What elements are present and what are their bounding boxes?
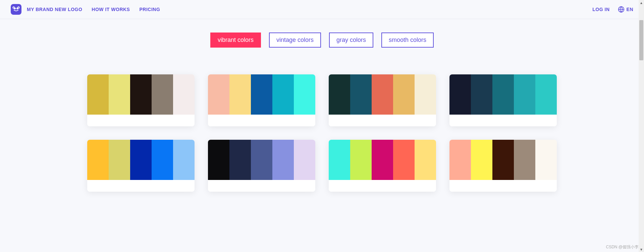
nav-pricing[interactable]: PRICING — [139, 7, 160, 12]
color-swatch[interactable] — [514, 74, 535, 115]
palette-card[interactable] — [329, 140, 436, 192]
nav-left: MY BRAND NEW LOGO HOW IT WORKS PRICING — [27, 7, 160, 12]
palette-card[interactable] — [449, 74, 557, 126]
color-swatch[interactable] — [471, 140, 492, 180]
palette-footer — [449, 115, 557, 126]
color-swatch[interactable] — [294, 140, 315, 180]
nav-how-it-works[interactable]: HOW IT WORKS — [92, 7, 130, 12]
color-swatch[interactable] — [449, 140, 471, 180]
color-swatch[interactable] — [229, 140, 251, 180]
svg-point-3 — [18, 7, 19, 8]
color-swatch[interactable] — [272, 74, 294, 115]
filter-smooth-colors[interactable]: smooth colors — [381, 33, 434, 48]
scrollbar-arrow-up[interactable]: ▲ — [639, 0, 644, 5]
color-swatch[interactable] — [514, 140, 535, 180]
color-swatch[interactable] — [130, 74, 152, 115]
palette-footer — [208, 180, 315, 192]
scrollbar-thumb[interactable] — [639, 20, 643, 60]
palette-swatches — [208, 74, 315, 115]
palette-card[interactable] — [87, 140, 195, 192]
color-swatch[interactable] — [535, 140, 557, 180]
filter-bar: vibrant colorsvintage colorsgray colorss… — [27, 33, 617, 48]
palette-swatches — [449, 140, 557, 180]
color-swatch[interactable] — [109, 74, 130, 115]
color-swatch[interactable] — [208, 140, 229, 180]
color-swatch[interactable] — [87, 140, 109, 180]
color-swatch[interactable] — [294, 74, 315, 115]
palette-swatches — [208, 140, 315, 180]
color-swatch[interactable] — [130, 140, 152, 180]
color-swatch[interactable] — [152, 140, 173, 180]
palette-footer — [87, 180, 195, 192]
language-label: EN — [627, 7, 633, 12]
palette-card[interactable] — [449, 140, 557, 192]
color-swatch[interactable] — [393, 140, 415, 180]
brand-link[interactable]: MY BRAND NEW LOGO — [27, 7, 82, 12]
login-link[interactable]: LOG IN — [592, 7, 609, 12]
palette-swatches — [329, 74, 436, 115]
color-swatch[interactable] — [329, 74, 350, 115]
palette-card[interactable] — [87, 74, 195, 126]
filter-gray-colors[interactable]: gray colors — [329, 33, 373, 48]
palette-swatches — [87, 74, 195, 115]
palette-footer — [329, 115, 436, 126]
scrollbar[interactable]: ▲ ▼ — [639, 0, 644, 205]
color-swatch[interactable] — [415, 140, 436, 180]
color-swatch[interactable] — [449, 74, 471, 115]
logo-icon[interactable] — [11, 4, 21, 15]
color-swatch[interactable] — [535, 74, 557, 115]
color-swatch[interactable] — [173, 74, 195, 115]
color-swatch[interactable] — [350, 140, 372, 180]
color-swatch[interactable] — [251, 140, 272, 180]
palette-footer — [449, 180, 557, 192]
color-swatch[interactable] — [415, 74, 436, 115]
color-swatch[interactable] — [492, 74, 514, 115]
palette-swatches — [449, 74, 557, 115]
filter-vintage-colors[interactable]: vintage colors — [269, 33, 321, 48]
globe-icon — [618, 6, 625, 13]
palette-card[interactable] — [208, 74, 315, 126]
palette-footer — [208, 115, 315, 126]
color-swatch[interactable] — [152, 74, 173, 115]
color-swatch[interactable] — [329, 140, 350, 180]
palette-swatches — [87, 140, 195, 180]
color-swatch[interactable] — [471, 74, 492, 115]
color-swatch[interactable] — [372, 140, 393, 180]
palette-grid — [87, 74, 557, 192]
color-swatch[interactable] — [229, 74, 251, 115]
color-swatch[interactable] — [393, 74, 415, 115]
palette-footer — [329, 180, 436, 192]
color-swatch[interactable] — [272, 140, 294, 180]
main-content: vibrant colorsvintage colorsgray colorss… — [0, 19, 644, 205]
palette-swatches — [329, 140, 436, 180]
color-swatch[interactable] — [492, 140, 514, 180]
color-swatch[interactable] — [208, 74, 229, 115]
color-swatch[interactable] — [350, 74, 372, 115]
palette-card[interactable] — [329, 74, 436, 126]
color-swatch[interactable] — [372, 74, 393, 115]
filter-vibrant-colors[interactable]: vibrant colors — [210, 33, 261, 48]
color-swatch[interactable] — [87, 74, 109, 115]
color-swatch[interactable] — [109, 140, 130, 180]
header: MY BRAND NEW LOGO HOW IT WORKS PRICING L… — [0, 0, 644, 19]
palette-footer — [87, 115, 195, 126]
palette-card[interactable] — [208, 140, 315, 192]
color-swatch[interactable] — [173, 140, 195, 180]
svg-point-2 — [13, 7, 14, 8]
language-selector[interactable]: EN — [618, 6, 633, 13]
nav-right: LOG IN EN — [592, 6, 633, 13]
color-swatch[interactable] — [251, 74, 272, 115]
